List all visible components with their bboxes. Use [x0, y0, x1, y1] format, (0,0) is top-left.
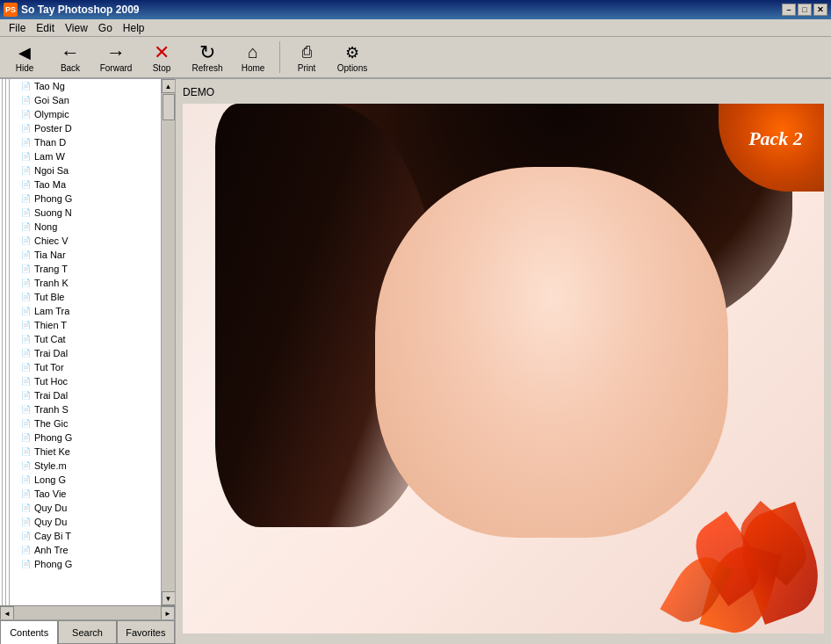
- list-item[interactable]: 📄The Gic: [16, 416, 161, 431]
- tab-favorites[interactable]: Favorites: [117, 620, 175, 644]
- list-item[interactable]: 📄Goi San: [16, 93, 161, 107]
- list-item[interactable]: 📄Trai Dal: [16, 346, 161, 360]
- list-item[interactable]: 📄Tranh S: [16, 402, 161, 416]
- list-item[interactable]: 📄Than D: [16, 135, 161, 149]
- print-button[interactable]: ⎙ Print: [285, 38, 328, 76]
- list-item[interactable]: 📄Quy Du: [16, 515, 161, 529]
- list-item-icon: 📄: [19, 164, 32, 177]
- sidebar-vlines: [0, 79, 16, 605]
- list-item[interactable]: 📄Tut Cat: [16, 332, 161, 346]
- list-item[interactable]: 📄Ngoi Sa: [16, 163, 161, 177]
- sidebar-list[interactable]: 📄Tao Ng📄Goi San📄Olympic📄Poster D📄Than D📄…: [16, 79, 161, 605]
- list-item-icon: 📄: [19, 431, 32, 444]
- options-button[interactable]: ⚙ Options: [331, 38, 373, 76]
- tab-contents[interactable]: Contents: [0, 620, 58, 644]
- list-item-label: Tut Tor: [34, 362, 64, 373]
- scroll-thumb[interactable]: [163, 94, 175, 120]
- maximize-button[interactable]: □: [798, 4, 812, 16]
- close-button[interactable]: ✕: [813, 4, 827, 16]
- list-item[interactable]: 📄Suong N: [16, 206, 161, 220]
- minimize-button[interactable]: –: [782, 4, 796, 16]
- menu-help[interactable]: Help: [118, 20, 150, 36]
- list-item[interactable]: 📄Tao Ma: [16, 177, 161, 192]
- list-item-label: Trai Dal: [34, 348, 68, 358]
- window-controls[interactable]: – □ ✕: [782, 4, 827, 16]
- list-item[interactable]: 📄Long G: [16, 473, 161, 487]
- refresh-label: Refresh: [191, 63, 222, 73]
- main-area: 📄Tao Ng📄Goi San📄Olympic📄Poster D📄Than D📄…: [0, 79, 831, 644]
- list-item-icon: 📄: [19, 502, 32, 514]
- list-item[interactable]: 📄Style.m: [16, 459, 161, 473]
- list-item[interactable]: 📄Tao Vie: [16, 487, 161, 501]
- list-item-label: Tranh S: [34, 404, 69, 415]
- list-item-icon: 📄: [19, 206, 32, 219]
- list-item[interactable]: 📄Tut Tor: [16, 360, 161, 374]
- list-item-icon: 📄: [19, 94, 32, 106]
- list-item-icon: 📄: [19, 544, 32, 556]
- refresh-button[interactable]: ↻ Refresh: [186, 38, 228, 76]
- list-item[interactable]: 📄Thien T: [16, 318, 161, 332]
- list-item[interactable]: 📄Thiet Ke: [16, 445, 161, 459]
- list-item-icon: 📄: [19, 305, 32, 317]
- list-item[interactable]: 📄Phong G: [16, 431, 161, 445]
- list-item-label: Trai Dal: [34, 390, 68, 401]
- list-item[interactable]: 📄Lam W: [16, 149, 161, 163]
- list-item[interactable]: 📄Nong: [16, 220, 161, 234]
- list-item[interactable]: 📄Tia Nar: [16, 248, 161, 262]
- hscroll-right-button[interactable]: ►: [161, 606, 175, 620]
- home-button[interactable]: ⌂ Home: [232, 38, 274, 76]
- hide-icon: ◀: [14, 42, 35, 63]
- menu-go[interactable]: Go: [93, 20, 118, 36]
- list-item-label: Chiec V: [34, 235, 69, 246]
- back-icon: ←: [60, 42, 81, 63]
- list-item[interactable]: 📄Tut Hoc: [16, 374, 161, 388]
- list-item-icon: 📄: [19, 347, 32, 359]
- scroll-down-button[interactable]: ▼: [162, 591, 176, 605]
- menu-edit[interactable]: Edit: [31, 20, 60, 36]
- list-item[interactable]: 📄Anh Tre: [16, 543, 161, 557]
- tab-search[interactable]: Search: [58, 620, 116, 644]
- scroll-up-button[interactable]: ▲: [162, 79, 176, 93]
- list-item[interactable]: 📄Quy Du: [16, 501, 161, 515]
- list-item-label: Cay Bi T: [34, 531, 71, 541]
- list-item-label: Long G: [34, 474, 66, 485]
- sidebar-scrollbar[interactable]: ▲ ▼: [161, 79, 175, 605]
- hide-button[interactable]: ◀ Hide: [4, 38, 46, 76]
- list-item-label: Ngoi Sa: [34, 165, 69, 176]
- menu-file[interactable]: File: [4, 20, 31, 36]
- stop-button[interactable]: ✕ Stop: [141, 38, 183, 76]
- list-item[interactable]: 📄Cay Bi T: [16, 529, 161, 543]
- list-item-label: Tranh K: [34, 278, 69, 288]
- list-item-label: Goi San: [34, 95, 69, 105]
- list-item-label: Tao Ma: [34, 179, 66, 190]
- list-item-icon: 📄: [19, 108, 32, 120]
- list-item[interactable]: 📄Tut Ble: [16, 290, 161, 304]
- stop-icon: ✕: [151, 42, 172, 63]
- list-item[interactable]: 📄Phong G: [16, 557, 161, 571]
- list-item-label: Lam Tra: [34, 306, 69, 316]
- list-item[interactable]: 📄Phong G: [16, 192, 161, 206]
- list-item-label: Tia Nar: [34, 250, 66, 260]
- list-item-label: Poster D: [34, 123, 72, 134]
- list-item[interactable]: 📄Lam Tra: [16, 304, 161, 318]
- list-item-icon: 📄: [19, 249, 32, 261]
- forward-button[interactable]: → Forward: [95, 38, 137, 76]
- list-item[interactable]: 📄Olympic: [16, 107, 161, 121]
- list-item-label: Quy Du: [34, 503, 67, 513]
- list-item[interactable]: 📄Chiec V: [16, 234, 161, 248]
- list-item-label: Thiet Ke: [34, 446, 70, 457]
- title-bar: PS So Tay Photoshop 2009 – □ ✕: [0, 0, 831, 19]
- list-item-icon: 📄: [19, 558, 32, 570]
- list-item[interactable]: 📄Poster D: [16, 121, 161, 135]
- list-item[interactable]: 📄Tranh K: [16, 276, 161, 290]
- list-item-icon: 📄: [19, 375, 32, 387]
- list-item-icon: 📄: [19, 136, 32, 148]
- hscroll-left-button[interactable]: ◄: [0, 606, 14, 620]
- back-button[interactable]: ← Back: [49, 38, 91, 76]
- list-item[interactable]: 📄Trai Dal: [16, 388, 161, 402]
- list-item[interactable]: 📄Tao Ng: [16, 79, 161, 93]
- menu-view[interactable]: View: [60, 20, 93, 36]
- list-item-icon: 📄: [19, 319, 32, 331]
- list-item[interactable]: 📄Trang T: [16, 262, 161, 276]
- options-label: Options: [337, 63, 367, 73]
